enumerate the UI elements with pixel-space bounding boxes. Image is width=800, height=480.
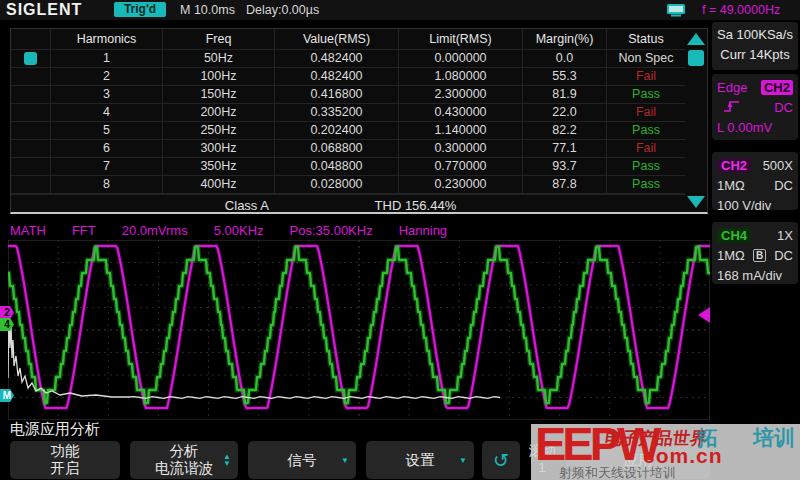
fft-window-label: Hanning <box>399 223 447 239</box>
thd-readout: THD 156.44% <box>375 198 457 213</box>
ch4-coupling-readout: DC <box>774 248 793 263</box>
freq-cell: 250Hz <box>163 122 275 139</box>
harmonic-row[interactable]: 2100Hz0.4824001.08000055.3Fail <box>11 68 685 86</box>
harmonic-cell: 2 <box>51 68 163 85</box>
trigger-level-marker[interactable] <box>698 307 710 323</box>
memory-depth-readout: Curr 14Kpts <box>717 45 793 65</box>
margin-cell: 81.9 <box>523 86 607 103</box>
value-cell: 0.028000 <box>275 176 399 193</box>
row-select-cell[interactable] <box>11 68 51 85</box>
limit-cell: 0.300000 <box>399 140 523 157</box>
softkey-label: 功能 <box>51 443 80 460</box>
status-cell: Pass <box>607 86 685 103</box>
harmonic-cell: 4 <box>51 104 163 121</box>
softkey-label: 开启 <box>51 460 80 477</box>
limit-cell: 1.140000 <box>399 122 523 139</box>
brand-logo: SIGLENT <box>6 1 82 19</box>
table-scrollbar <box>686 31 706 210</box>
ch2-scale-readout: 100 V/div <box>717 198 771 213</box>
limit-cell: 0.430000 <box>399 104 523 121</box>
acquisition-info-box: Sa 100KSa/s Curr 14Kpts <box>712 22 798 70</box>
softkey-signal[interactable]: 信号 ▼ <box>248 441 356 479</box>
ch2-impedance-readout: 1MΩ <box>717 178 745 193</box>
selected-row-indicator <box>24 52 37 65</box>
trigger-level-readout: L 0.00mV <box>717 120 772 135</box>
margin-cell: 22.0 <box>523 104 607 121</box>
ch2-label: CH2 <box>717 158 751 173</box>
scrollbar-thumb[interactable] <box>688 50 704 66</box>
math-mode-label: FFT <box>72 223 96 239</box>
ch2-info-box[interactable]: CH2 500X 1MΩ DC 100 V/div <box>712 152 798 210</box>
harmonic-cell: 5 <box>51 122 163 139</box>
oscilloscope-screen: SIGLENT Trig'd M 10.0ms Delay:0.00µs f =… <box>0 0 800 480</box>
harmonic-row[interactable]: 3150Hz0.4168002.30000081.9Pass <box>11 86 685 104</box>
class-label: Class A <box>225 198 269 213</box>
value-cell: 0.416800 <box>275 86 399 103</box>
trigger-source-badge: CH2 <box>761 80 793 95</box>
status-cell: Fail <box>607 68 685 85</box>
softkey-function-enable[interactable]: 功能 开启 <box>10 441 120 479</box>
softkey-label: 信号 <box>288 452 317 469</box>
margin-cell: 82.2 <box>523 122 607 139</box>
freq-cell: 100Hz <box>163 68 275 85</box>
eepw-watermark: EEPW 电子产品世界 拓 培训 com.cn 射频和天线设计培训 <box>531 424 800 480</box>
timebase-readout: M 10.0ms <box>180 3 235 17</box>
freq-cell: 150Hz <box>163 86 275 103</box>
trigger-status-badge: Trig'd <box>114 2 166 17</box>
margin-cell: 87.8 <box>523 176 607 193</box>
row-select-cell[interactable] <box>11 86 51 103</box>
bandwidth-limit-icon: B <box>753 249 766 262</box>
row-select-cell[interactable] <box>11 140 51 157</box>
harmonic-row[interactable]: 6300Hz0.0688000.30000077.1Fail <box>11 140 685 158</box>
harmonic-cell: 8 <box>51 176 163 193</box>
softkey-label: 分析 <box>170 443 199 460</box>
harmonics-table-header: Harmonics Freq Value(RMS) Limit(RMS) Mar… <box>11 29 685 50</box>
freq-cell: 50Hz <box>163 50 275 67</box>
row-select-cell[interactable] <box>11 122 51 139</box>
value-cell: 0.048800 <box>275 158 399 175</box>
row-select-cell[interactable] <box>11 50 51 67</box>
trigger-info-box: Edge CH2 DC L 0.00mV <box>712 74 798 140</box>
limit-cell: 0.000000 <box>399 50 523 67</box>
value-cell: 0.202400 <box>275 122 399 139</box>
margin-cell: 77.1 <box>523 140 607 157</box>
row-select-cell[interactable] <box>11 104 51 121</box>
freq-cell: 400Hz <box>163 176 275 193</box>
harmonic-row[interactable]: 8400Hz0.0280000.23000087.8Pass <box>11 176 685 194</box>
row-select-cell[interactable] <box>11 158 51 175</box>
ch4-scale-readout: 168 mA/div <box>717 268 782 283</box>
waveform-display <box>8 240 710 420</box>
watermark-teal-text: 培训 <box>753 424 795 452</box>
status-cell: Non Spec <box>607 50 685 67</box>
margin-cell: 55.3 <box>523 68 607 85</box>
margin-cell: 93.7 <box>523 158 607 175</box>
header-select-col <box>11 29 51 49</box>
rising-edge-icon <box>717 99 741 116</box>
scroll-up-icon[interactable] <box>687 33 705 45</box>
header-freq: Freq <box>163 29 275 49</box>
status-cell: Pass <box>607 122 685 139</box>
delay-readout: Delay:0.00µs <box>246 3 319 17</box>
softkey-settings[interactable]: 设置 ▼ <box>366 441 474 479</box>
status-cell: Pass <box>607 176 685 193</box>
math-fft-status-bar: MATH FFT 20.0mVrms 5.00KHz Pos:35.00KHz … <box>10 223 473 239</box>
watermark-tagline: 射频和天线设计培训 <box>559 464 676 480</box>
freq-cell: 350Hz <box>163 158 275 175</box>
ch4-info-box[interactable]: CH4 1X 1MΩ B DC 168 mA/div <box>712 222 798 284</box>
harmonic-row[interactable]: 5250Hz0.2024001.14000082.2Pass <box>11 122 685 140</box>
frequency-counter-readout: f = 49.0000Hz <box>702 3 780 17</box>
softkey-analysis-type[interactable]: 分析 电流谐波 ▲▼ <box>130 441 238 479</box>
fft-position-readout: Pos:35.00KHz <box>290 223 373 239</box>
ch2-coupling-readout: DC <box>774 178 793 193</box>
harmonic-row[interactable]: 150Hz0.4824000.0000000.0Non Spec <box>11 50 685 68</box>
row-select-cell[interactable] <box>11 176 51 193</box>
usb-device-icon <box>666 3 686 22</box>
header-limit: Limit(RMS) <box>399 29 523 49</box>
scroll-down-icon[interactable] <box>687 196 705 208</box>
softkey-back[interactable]: ↺ <box>482 441 520 479</box>
harmonic-row[interactable]: 7350Hz0.0488000.77000093.7Pass <box>11 158 685 176</box>
value-cell: 0.482400 <box>275 68 399 85</box>
harmonics-table-panel: Harmonics Freq Value(RMS) Limit(RMS) Mar… <box>10 28 708 214</box>
harmonic-row[interactable]: 4200Hz0.3352000.43000022.0Fail <box>11 104 685 122</box>
freq-cell: 300Hz <box>163 140 275 157</box>
